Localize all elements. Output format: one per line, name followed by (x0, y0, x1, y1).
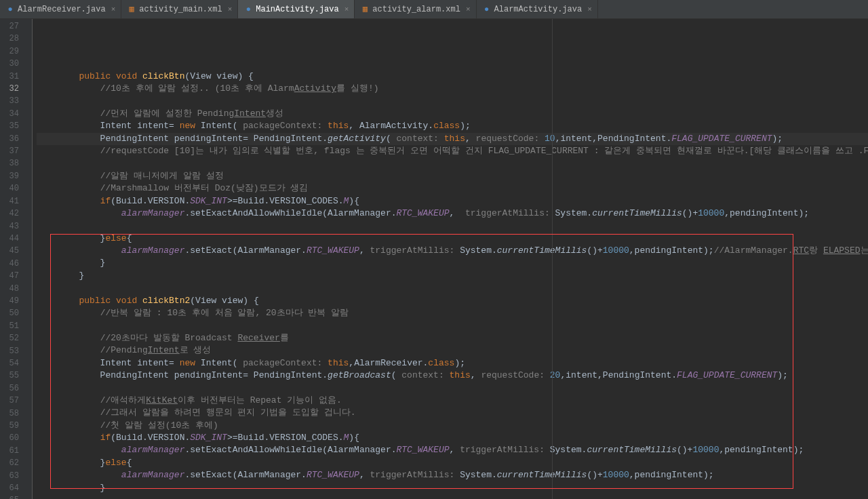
line-gutter: 2728293031323334353637383940414243444546… (0, 19, 23, 499)
code-line[interactable] (37, 220, 868, 232)
xml-file-icon: ▦ (127, 5, 136, 14)
line-number[interactable]: 36 (0, 133, 19, 145)
fold-gutter[interactable] (23, 19, 33, 499)
line-number[interactable]: 27 (0, 20, 19, 33)
close-icon[interactable]: × (587, 5, 592, 14)
line-number[interactable]: 50 (0, 307, 19, 319)
code-line[interactable]: //그래서 알람을 하려면 행문의 편지 기법을 도입할 겁니다. (37, 407, 868, 419)
line-number[interactable]: 59 (0, 420, 19, 432)
code-line[interactable]: //먼저 알람에 설정한 PendingIntent생성 (37, 108, 868, 120)
tab-label: AlarmActivity.java (494, 5, 583, 14)
code-line[interactable] (37, 282, 868, 294)
code-line[interactable]: if(Build.VERSION.SDK_INT>=Build.VERSION_… (37, 195, 868, 207)
tab-MainActivity-java[interactable]: ●MainActivity.java× (238, 0, 355, 18)
line-number[interactable]: 46 (0, 258, 19, 270)
java-file-icon: ● (482, 5, 492, 14)
code-line[interactable]: alarmManager.setExactAndAllowWhileIdle(A… (37, 207, 868, 220)
code-line[interactable]: } (37, 482, 868, 494)
line-number[interactable]: 55 (0, 370, 19, 382)
line-number[interactable]: 61 (0, 445, 19, 457)
code-line[interactable]: //반복 알람 : 10초 후에 처음 알람, 20초마다 반복 알람 (37, 307, 868, 319)
code-line[interactable]: public void clickBtn(View view) { (37, 71, 868, 83)
java-file-icon: ● (5, 5, 15, 14)
code-line[interactable]: //PendingIntent로 생성 (37, 344, 868, 357)
code-line[interactable]: alarmManager.setExactAndAllowWhileIdle(A… (37, 444, 868, 456)
line-number[interactable]: 56 (0, 382, 19, 395)
line-number[interactable]: 38 (0, 157, 19, 169)
java-file-icon: ● (243, 5, 253, 14)
tab-label: MainActivity.java (256, 5, 338, 14)
close-icon[interactable]: × (344, 5, 349, 14)
code-line[interactable]: } (37, 270, 868, 282)
tab-label: activity_main.xml (139, 5, 222, 14)
editor-tabs: ●AlarmReceiver.java×▦activity_main.xml×●… (0, 0, 868, 19)
line-number[interactable]: 49 (0, 295, 19, 307)
line-number[interactable]: 42 (0, 207, 19, 220)
line-number[interactable]: 51 (0, 320, 19, 332)
tab-label: AlarmReceiver.java (18, 5, 106, 14)
line-number[interactable]: 40 (0, 182, 19, 195)
line-number[interactable]: 39 (0, 170, 19, 182)
line-number[interactable]: 60 (0, 432, 19, 444)
xml-file-icon: ▦ (360, 5, 370, 14)
tab-activity_alarm-xml[interactable]: ▦activity_alarm.xml× (355, 0, 476, 18)
code-line[interactable] (37, 494, 868, 499)
line-number[interactable]: 64 (0, 482, 19, 494)
line-number[interactable]: 29 (0, 45, 19, 58)
code-line[interactable] (37, 95, 868, 107)
line-number[interactable]: 48 (0, 283, 19, 295)
close-icon[interactable]: × (466, 5, 471, 14)
code-line[interactable] (37, 382, 868, 394)
line-number[interactable]: 43 (0, 220, 19, 233)
line-number[interactable]: 47 (0, 270, 19, 282)
close-icon[interactable]: × (111, 5, 116, 14)
code-line[interactable]: //알람 매니저에게 알람 설정 (37, 170, 868, 182)
right-margin (552, 19, 553, 499)
line-number[interactable]: 28 (0, 33, 19, 45)
code-line[interactable]: //애석하게KitKet이후 버전부터는 Repeat 기능이 없음. (37, 395, 868, 407)
line-number[interactable]: 62 (0, 457, 19, 469)
code-line[interactable] (37, 319, 868, 332)
tab-label: activity_alarm.xml (372, 5, 460, 14)
code-line[interactable]: //20초마다 발동할 Broadcast Receiver를 (37, 332, 868, 344)
code-line[interactable]: public void clickBtn2(View view) { (37, 295, 868, 307)
tab-activity_main-xml[interactable]: ▦activity_main.xml× (121, 0, 238, 18)
code-line[interactable]: Intent intent= new Intent( packageContex… (37, 120, 868, 132)
code-line[interactable]: //첫 알람 설정(10초 후에) (37, 420, 868, 432)
tab-AlarmReceiver-java[interactable]: ●AlarmReceiver.java× (0, 0, 121, 18)
code-line[interactable]: alarmManager.setExact(AlarmManager.RTC_W… (37, 469, 868, 481)
close-icon[interactable]: × (228, 5, 233, 14)
line-number[interactable]: 41 (0, 195, 19, 207)
line-number[interactable]: 31 (0, 71, 19, 83)
line-number[interactable]: 65 (0, 494, 19, 499)
code-area[interactable]: public void clickBtn(View view) { //10초 … (33, 19, 868, 499)
code-line[interactable]: PendingIntent pendingIntent= PendingInte… (37, 370, 868, 382)
line-number[interactable]: 58 (0, 407, 19, 420)
code-line[interactable]: Intent intent= new Intent( packageContex… (37, 357, 868, 370)
code-line[interactable] (37, 157, 868, 169)
line-number[interactable]: 52 (0, 332, 19, 344)
line-number[interactable]: 45 (0, 245, 19, 257)
code-line[interactable]: //Marshmallow 버전부터 Doz(낮잠)모드가 생김 (37, 182, 868, 195)
code-line[interactable]: PendingIntent pendingIntent= PendingInte… (37, 133, 868, 145)
line-number[interactable]: 54 (0, 357, 19, 370)
line-number[interactable]: 35 (0, 120, 19, 132)
code-line[interactable]: //10초 후에 알람 설정.. (10초 후에 AlarmActivity를 … (37, 83, 868, 95)
code-line[interactable]: if(Build.VERSION.SDK_INT>=Build.VERSION_… (37, 432, 868, 444)
line-number[interactable]: 53 (0, 345, 19, 357)
line-number[interactable]: 30 (0, 58, 19, 70)
code-line[interactable]: }else{ (37, 457, 868, 469)
code-editor[interactable]: 2728293031323334353637383940414243444546… (0, 19, 868, 499)
line-number[interactable]: 34 (0, 108, 19, 120)
line-number[interactable]: 63 (0, 470, 19, 482)
code-line[interactable]: alarmManager.setExact(AlarmManager.RTC_W… (37, 245, 868, 257)
code-line[interactable]: } (37, 257, 868, 269)
line-number[interactable]: 44 (0, 233, 19, 245)
line-number[interactable]: 32 (0, 83, 19, 95)
line-number[interactable]: 57 (0, 395, 19, 407)
tab-AlarmActivity-java[interactable]: ●AlarmActivity.java× (477, 0, 598, 18)
line-number[interactable]: 37 (0, 145, 19, 157)
code-line[interactable]: }else{ (37, 233, 868, 245)
code-line[interactable]: //requestCode [10]는 내가 임의로 식별할 번호, flags… (37, 145, 868, 157)
line-number[interactable]: 33 (0, 95, 19, 107)
